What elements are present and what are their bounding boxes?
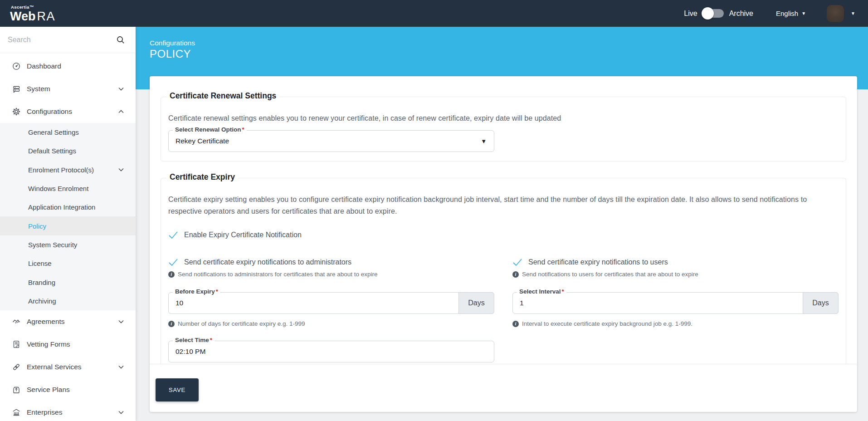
sidebar-item-agreements[interactable]: Agreements	[0, 310, 136, 333]
sidebar-item-enterprises[interactable]: Enterprises	[0, 401, 136, 421]
days-unit: Days	[458, 292, 494, 314]
sidebar-item-system-security[interactable]: System Security	[0, 235, 136, 254]
sidebar-item-external-services[interactable]: External Services	[0, 356, 136, 378]
check-icon	[168, 258, 178, 266]
user-notifications-checkbox[interactable]: Send certificate expiry notifications to…	[512, 258, 839, 266]
days-unit: Days	[803, 292, 839, 314]
section-title: Certificate Renewal Settings	[166, 91, 279, 101]
sub-item-label: License	[28, 259, 52, 267]
renewal-option-value: Rekey Certificate	[176, 137, 229, 145]
brand-title-bold: Web	[10, 10, 36, 23]
server-icon	[12, 85, 20, 93]
document-pen-icon	[12, 340, 20, 348]
interval-field: Select Interval* Days	[512, 292, 839, 314]
interval-column: Select Interval* Days i Interval to exec…	[512, 292, 839, 327]
required-marker: *	[242, 126, 244, 133]
sub-item-label: Windows Enrolment	[28, 185, 88, 192]
chevron-down-icon	[118, 320, 124, 323]
policy-card: Certificate Renewal Settings Certificate…	[150, 76, 857, 412]
sub-item-label: General Settings	[28, 128, 79, 136]
save-button[interactable]: SAVE	[156, 378, 199, 401]
sidebar-nav: Dashboard System	[0, 53, 136, 421]
renewal-description: Certificate renewal settings enables you…	[168, 113, 839, 124]
enable-expiry-notification-checkbox[interactable]: Enable Expiry Certificate Notification	[168, 231, 839, 239]
before-expiry-input[interactable]	[169, 293, 494, 313]
before-expiry-field: Before Expiry* Days	[168, 292, 494, 314]
section-title: Certificate Expiry	[166, 172, 238, 182]
sub-item-label: Enrolment Protocol(s)	[28, 166, 94, 174]
sub-item-label: System Security	[28, 241, 77, 249]
sub-item-label: Archiving	[28, 297, 56, 305]
sidebar-item-license[interactable]: License	[0, 254, 136, 273]
search-icon[interactable]	[117, 36, 125, 44]
expiry-description: Certificate expiry setting enables you t…	[168, 194, 839, 217]
sidebar-item-label: External Services	[27, 363, 82, 371]
renewal-option-select[interactable]: Select Renewal Option* Rekey Certificate…	[168, 130, 494, 152]
hint-text: Send notifications to users for certific…	[522, 271, 698, 278]
before-expiry-column: Before Expiry* Days i Number of days for…	[168, 292, 494, 327]
sidebar-item-default-settings[interactable]: Default Settings	[0, 142, 136, 160]
sidebar-item-branding[interactable]: Branding	[0, 273, 136, 291]
top-bar-controls: Live Archive English ▼ ▼	[684, 5, 855, 22]
sub-item-label: Branding	[28, 279, 55, 286]
sidebar-item-windows-enrolment[interactable]: Windows Enrolment	[0, 179, 136, 198]
sidebar-item-policy[interactable]: Policy	[0, 216, 136, 235]
sidebar-item-label: Configurations	[27, 108, 72, 116]
sidebar-item-service-plans[interactable]: Service Plans	[0, 378, 136, 401]
info-icon: i	[168, 271, 175, 278]
dashboard-icon	[12, 62, 20, 70]
chevron-down-icon	[118, 168, 124, 171]
checkbox-label: Enable Expiry Certificate Notification	[184, 231, 302, 239]
toggle-knob[interactable]	[702, 7, 714, 20]
page-title: POLICY	[150, 48, 191, 60]
chevron-down-icon	[118, 411, 124, 414]
sidebar-item-vetting-forms[interactable]: Vetting Forms	[0, 333, 136, 356]
user-menu-caret-icon[interactable]: ▼	[851, 11, 855, 16]
handshake-icon	[12, 318, 20, 326]
sidebar-item-configurations[interactable]: Configurations	[0, 100, 136, 123]
sidebar-item-label: Enterprises	[27, 408, 62, 416]
chevron-up-icon	[118, 110, 124, 113]
sidebar-item-dashboard[interactable]: Dashboard	[0, 55, 136, 78]
users-hint: i Send notifications to users for certif…	[512, 271, 839, 278]
brand-title: WebRA	[10, 10, 55, 23]
sub-item-label: Application Integration	[28, 203, 95, 211]
main-area: Configurations POLICY Certificate Renewa…	[136, 27, 868, 421]
webra-app: Ascertia™ WebRA Live Archive English ▼ ▼	[0, 0, 868, 421]
box-arrow-icon	[12, 386, 20, 394]
top-bar: Ascertia™ WebRA Live Archive English ▼ ▼	[0, 0, 868, 27]
live-archive-toggle[interactable]	[703, 9, 724, 18]
checkbox-label: Send certificate expiry notifications to…	[184, 258, 351, 266]
certificate-renewal-section: Certificate Renewal Settings Certificate…	[161, 97, 846, 162]
admin-notifications-checkbox[interactable]: Send certificate expiry notifications to…	[168, 258, 494, 266]
card-content: Certificate Renewal Settings Certificate…	[150, 76, 857, 364]
sub-item-label: Policy	[28, 222, 46, 230]
sidebar-item-label: Dashboard	[27, 62, 61, 70]
hint-text: Interval to execute certificate expiry b…	[522, 320, 692, 327]
sidebar-item-system[interactable]: System	[0, 78, 136, 100]
archive-label: Archive	[729, 10, 753, 18]
bank-icon	[12, 408, 20, 416]
gear-icon	[12, 108, 20, 116]
sidebar-item-enrolment-protocols[interactable]: Enrolment Protocol(s)	[0, 161, 136, 179]
brand-title-light: RA	[37, 10, 56, 23]
renewal-option-label: Select Renewal Option*	[173, 126, 247, 133]
info-icon: i	[168, 321, 175, 327]
language-dropdown[interactable]: English ▼	[776, 10, 806, 17]
caret-down-icon: ▼	[801, 11, 806, 16]
chevron-down-icon	[118, 87, 124, 91]
select-time-field[interactable]: Select Time* 02:10 PM	[168, 341, 494, 362]
sidebar-item-general-settings[interactable]: General Settings	[0, 123, 136, 142]
checkbox-label: Send certificate expiry notifications to…	[528, 258, 668, 266]
sidebar-item-application-integration[interactable]: Application Integration	[0, 198, 136, 216]
search-input[interactable]	[8, 36, 117, 44]
chevron-down-icon	[118, 365, 124, 369]
admin-notifications-column: Send certificate expiry notifications to…	[168, 258, 494, 278]
webra-logo: Ascertia™ WebRA	[10, 4, 55, 23]
select-time-label: Select Time*	[173, 337, 215, 343]
user-avatar[interactable]	[827, 5, 844, 22]
breadcrumb[interactable]: Configurations	[150, 39, 195, 47]
label-text: Select Renewal Option	[175, 126, 241, 133]
sidebar-item-archiving[interactable]: Archiving	[0, 292, 136, 310]
interval-input[interactable]	[513, 293, 838, 313]
